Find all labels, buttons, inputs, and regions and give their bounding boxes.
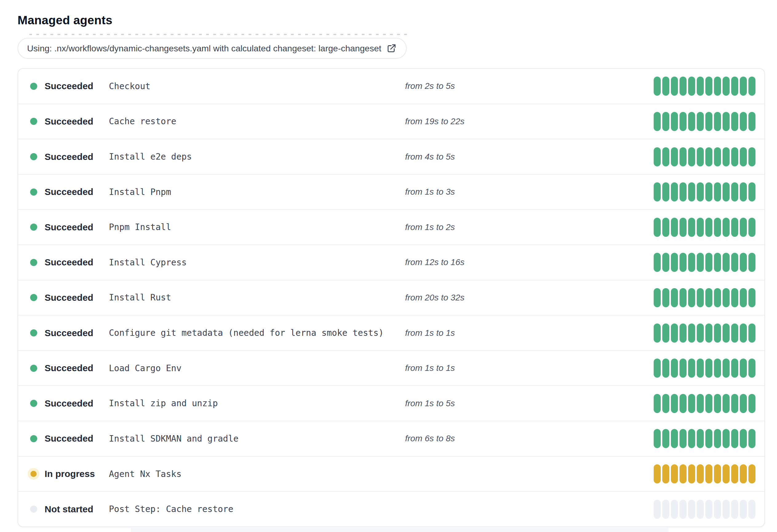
step-name: Checkout — [109, 81, 150, 91]
progress-segment — [662, 323, 669, 343]
step-name-cell: Load Cargo Env — [109, 363, 405, 373]
agent-step-row[interactable]: Succeeded Install SDKMAN and gradle from… — [18, 421, 764, 457]
step-name-cell: Install SDKMAN and gradle — [109, 434, 405, 444]
step-duration-cell: from 2s to 5s — [405, 81, 654, 91]
progress-segment — [697, 112, 704, 131]
agent-step-row[interactable]: Succeeded Checkout from 2s to 5s — [18, 69, 764, 104]
workflow-banner-text: Using: .nx/workflows/dynamic-changesets.… — [27, 43, 381, 53]
progress-segment — [748, 288, 756, 307]
agent-step-row[interactable]: Succeeded Install Pnpm from 1s to 3s — [18, 175, 764, 210]
step-name-cell: Cache restore — [109, 116, 405, 126]
status-label: Succeeded — [44, 257, 93, 268]
progress-segment — [662, 147, 669, 166]
status-cell: Succeeded — [18, 398, 109, 409]
progress-segment — [731, 394, 738, 413]
status-dot — [28, 292, 39, 303]
progress-segment — [662, 77, 669, 96]
progress-segments — [654, 288, 764, 307]
progress-segment — [748, 253, 756, 272]
status-label: Succeeded — [44, 116, 93, 127]
progress-segment — [714, 500, 721, 519]
progress-segment — [723, 394, 730, 413]
workflow-banner-link[interactable]: Using: .nx/workflows/dynamic-changesets.… — [17, 38, 407, 59]
progress-segment — [688, 394, 695, 413]
progress-segment — [723, 500, 730, 519]
status-cell: Succeeded — [18, 256, 109, 268]
progress-segment — [723, 112, 730, 131]
progress-segment — [671, 288, 678, 307]
progress-segment — [740, 182, 747, 202]
step-name: Install SDKMAN and gradle — [109, 434, 238, 444]
progress-segment — [679, 77, 687, 96]
step-duration-cell: from 1s to 1s — [405, 328, 654, 338]
progress-segment — [714, 218, 721, 237]
progress-segment — [688, 288, 695, 307]
progress-segment — [688, 253, 695, 272]
status-dot — [28, 362, 39, 374]
step-duration-cell: from 19s to 22s — [405, 117, 654, 126]
progress-segment — [705, 147, 712, 166]
progress-segment — [688, 359, 695, 378]
agent-step-row[interactable]: Not started Post Step: Cache restore — [18, 492, 764, 526]
agent-step-row[interactable]: Succeeded Install e2e deps from 4s to 5s — [18, 139, 764, 175]
progress-segment — [697, 394, 704, 413]
step-name-cell: Agent Nx Tasks — [109, 469, 405, 479]
progress-segment — [671, 77, 678, 96]
agent-step-row[interactable]: Succeeded Pnpm Install from 1s to 2s — [18, 210, 764, 245]
progress-segment — [688, 77, 695, 96]
progress-segment — [731, 182, 738, 202]
progress-segment — [723, 218, 730, 237]
step-name-cell: Install Cypress — [109, 257, 405, 268]
status-dot — [28, 222, 39, 233]
status-label: Succeeded — [44, 433, 93, 444]
status-cell: Succeeded — [18, 151, 109, 163]
step-duration-cell: from 1s to 2s — [405, 222, 654, 232]
progress-segment — [697, 147, 704, 166]
status-label: Succeeded — [44, 152, 93, 162]
progress-segment — [679, 182, 687, 202]
step-name: Post Step: Cache restore — [109, 504, 233, 514]
status-label: Succeeded — [44, 81, 93, 91]
status-cell: Succeeded — [18, 116, 109, 127]
progress-segment — [679, 288, 687, 307]
dashed-divider — [29, 34, 409, 35]
agent-step-row[interactable]: Succeeded Cache restore from 19s to 22s — [18, 104, 764, 140]
progress-segments — [654, 500, 764, 519]
step-name: Install Rust — [109, 292, 171, 303]
progress-segment — [688, 147, 695, 166]
progress-segment — [723, 182, 730, 202]
status-dot — [28, 256, 39, 268]
progress-segment — [731, 288, 738, 307]
progress-segments — [654, 394, 764, 413]
progress-segment — [740, 112, 747, 131]
agent-step-row[interactable]: Succeeded Install zip and unzip from 1s … — [18, 386, 764, 421]
progress-segment — [697, 500, 704, 519]
progress-segments — [654, 112, 764, 131]
step-duration-cell: from 1s to 3s — [405, 187, 654, 197]
agent-step-row[interactable]: Succeeded Install Rust from 20s to 32s — [18, 280, 764, 316]
progress-segment — [662, 253, 669, 272]
progress-segment — [662, 429, 669, 448]
agent-step-row[interactable]: Succeeded Configure git metadata (needed… — [18, 315, 764, 351]
step-duration: from 1s to 2s — [405, 222, 455, 232]
step-duration: from 12s to 16s — [405, 257, 464, 267]
progress-segment — [671, 464, 678, 484]
progress-segment — [662, 394, 669, 413]
progress-segment — [748, 182, 756, 202]
step-name: Cache restore — [109, 116, 176, 126]
agent-step-row[interactable]: Succeeded Install Cypress from 12s to 16… — [18, 245, 764, 280]
progress-segment — [671, 500, 678, 519]
progress-segment — [740, 288, 747, 307]
step-name: Install zip and unzip — [109, 398, 218, 408]
step-name-cell: Install e2e deps — [109, 152, 405, 162]
progress-segment — [688, 500, 695, 519]
step-duration: from 2s to 5s — [405, 81, 455, 91]
progress-segment — [679, 253, 687, 272]
progress-segment — [688, 464, 695, 484]
step-duration: from 1s to 5s — [405, 399, 455, 408]
agent-step-row[interactable]: In progress Agent Nx Tasks — [18, 457, 764, 492]
progress-segment — [697, 182, 704, 202]
agent-step-row[interactable]: Succeeded Load Cargo Env from 1s to 1s — [18, 351, 764, 386]
step-name: Agent Nx Tasks — [109, 469, 182, 479]
progress-segment — [740, 394, 747, 413]
